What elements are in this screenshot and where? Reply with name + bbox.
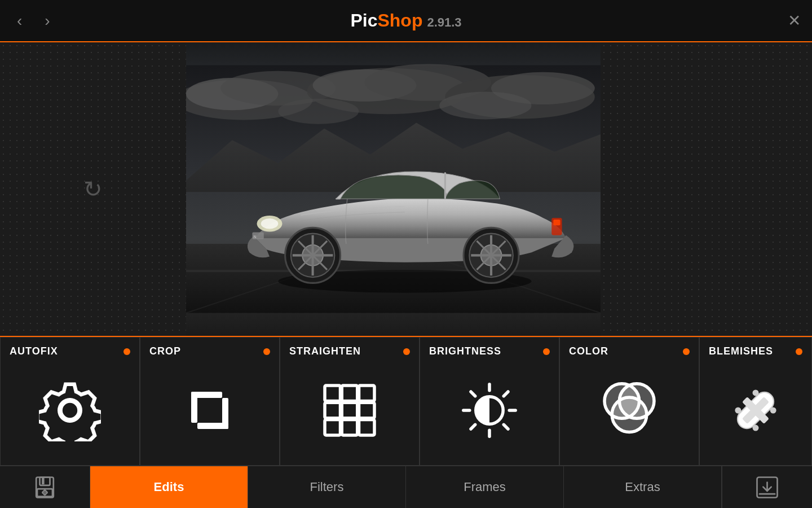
brightness-icon [458, 379, 520, 441]
tool-autofix[interactable]: AUTOFIX [0, 337, 140, 466]
tab-frames-label: Frames [464, 480, 506, 494]
app-header: ‹ › PicShop2.91.3 ✕ [0, 0, 812, 42]
svg-line-59 [504, 392, 508, 396]
crop-icon-area [149, 363, 270, 457]
tool-color[interactable]: COLOR [559, 337, 699, 466]
svg-rect-52 [359, 419, 375, 435]
grid-icon [319, 379, 381, 441]
brightness-dot [543, 348, 550, 355]
svg-point-9 [439, 91, 531, 119]
title-shop: Shop [377, 10, 422, 30]
svg-text:N: N [253, 235, 256, 239]
blemishes-icon [725, 379, 787, 441]
blemishes-icon-area [709, 363, 802, 457]
brightness-label: BRIGHTNESS [429, 345, 501, 357]
tab-save[interactable] [0, 466, 90, 508]
blemishes-dot [796, 348, 802, 355]
blemishes-label: BLEMISHES [709, 345, 773, 357]
svg-rect-41 [191, 392, 222, 398]
left-sidebar: ↻ [0, 42, 186, 336]
tools-row: AUTOFIX CROP [0, 336, 812, 466]
svg-rect-43 [197, 423, 228, 429]
brightness-icon-area [429, 363, 550, 457]
svg-rect-73 [40, 477, 50, 485]
gear-icon [39, 379, 101, 441]
nav-left: ‹ › [11, 9, 56, 33]
close-button[interactable]: ✕ [788, 11, 801, 30]
color-label-row: COLOR [569, 345, 690, 357]
autofix-label: AUTOFIX [10, 345, 58, 357]
image-area: N [186, 42, 601, 336]
car-image: N [186, 42, 601, 336]
tab-edits-label: Edits [154, 480, 184, 494]
svg-line-60 [471, 424, 475, 429]
save-icon [32, 475, 58, 500]
app-title: PicShop2.91.3 [350, 10, 461, 31]
export-icon [754, 475, 780, 500]
svg-rect-51 [342, 419, 358, 435]
svg-rect-22 [553, 220, 560, 225]
svg-rect-45 [342, 386, 358, 401]
svg-rect-50 [325, 419, 341, 435]
main-content: ↻ [0, 42, 812, 336]
color-label: COLOR [569, 345, 608, 357]
svg-point-64 [612, 397, 647, 432]
tab-frames[interactable]: Frames [406, 466, 564, 508]
tab-filters[interactable]: Filters [248, 466, 406, 508]
svg-rect-49 [359, 402, 375, 418]
refresh-icon[interactable]: ↻ [83, 176, 103, 202]
crop-label: CROP [149, 345, 181, 357]
crop-icon [179, 379, 241, 441]
crop-dot [263, 348, 270, 355]
autofix-label-row: AUTOFIX [10, 345, 130, 357]
tool-brightness[interactable]: BRIGHTNESS [420, 337, 559, 466]
svg-rect-46 [359, 386, 375, 401]
blemishes-label-row: BLEMISHES [709, 345, 802, 357]
tab-edits[interactable]: Edits [90, 466, 248, 508]
bottom-tabs: Edits Filters Frames Extras [0, 466, 812, 508]
brightness-label-row: BRIGHTNESS [429, 345, 550, 357]
svg-rect-48 [342, 402, 358, 418]
tool-crop[interactable]: CROP [140, 337, 280, 466]
svg-line-58 [504, 424, 508, 429]
autofix-icon-area [10, 363, 130, 457]
tab-extras[interactable]: Extras [564, 466, 722, 508]
right-sidebar [601, 42, 812, 336]
tool-straighten[interactable]: STRAIGHTEN [280, 337, 420, 466]
straighten-label: STRAIGHTEN [289, 345, 361, 357]
straighten-icon-area [289, 363, 410, 457]
svg-rect-74 [42, 477, 45, 484]
tab-filters-label: Filters [310, 480, 344, 494]
title-pic: Pic [350, 10, 377, 30]
tab-extras-label: Extras [625, 480, 660, 494]
straighten-label-row: STRAIGHTEN [289, 345, 410, 357]
svg-point-78 [43, 491, 46, 493]
color-icon-area [569, 363, 690, 457]
tool-blemishes[interactable]: BLEMISHES [699, 337, 812, 466]
car-scene-svg: N [186, 42, 601, 336]
autofix-dot [123, 348, 130, 355]
svg-line-57 [471, 392, 475, 396]
straighten-dot [403, 348, 410, 355]
svg-point-20 [261, 218, 279, 229]
svg-point-10 [278, 99, 359, 124]
forward-button[interactable]: › [39, 9, 55, 33]
color-dot [683, 348, 690, 355]
app-version: 2.91.3 [427, 15, 461, 29]
back-button[interactable]: ‹ [11, 9, 28, 33]
svg-rect-47 [325, 402, 341, 418]
svg-rect-44 [325, 386, 341, 401]
crop-label-row: CROP [149, 345, 270, 357]
tab-export[interactable] [722, 466, 812, 508]
color-icon [598, 379, 660, 441]
svg-point-39 [60, 400, 80, 420]
